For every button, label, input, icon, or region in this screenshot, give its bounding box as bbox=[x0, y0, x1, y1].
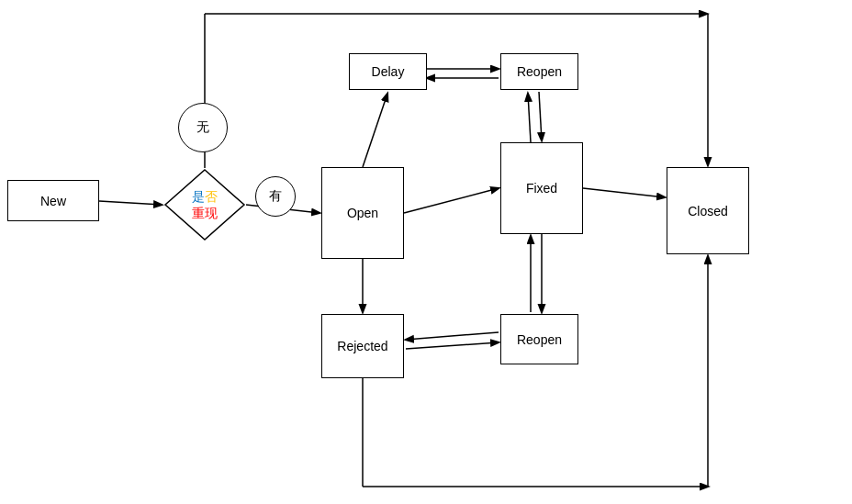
svg-line-10 bbox=[583, 188, 665, 197]
node-open-label: Open bbox=[347, 206, 378, 220]
node-fixed-label: Fixed bbox=[526, 181, 557, 196]
flowchart-diagram: New 是否 重现 无 有 Open Delay Reopen Fixed Cl… bbox=[0, 0, 852, 504]
node-delay-label: Delay bbox=[372, 64, 405, 79]
label-fou: 否 bbox=[205, 189, 218, 204]
node-open: Open bbox=[321, 167, 404, 259]
node-reopen-top-label: Reopen bbox=[517, 64, 562, 79]
node-new: New bbox=[7, 180, 99, 221]
node-new-label: New bbox=[40, 194, 66, 208]
label-chongxian: 重现 bbox=[192, 206, 218, 220]
node-rejected-label: Rejected bbox=[337, 339, 387, 353]
node-reopen-bot-label: Reopen bbox=[517, 332, 562, 347]
label-yi: 是 bbox=[192, 189, 205, 204]
node-diamond: 是否 重现 bbox=[163, 168, 246, 241]
node-circle-wu: 无 bbox=[178, 103, 228, 152]
svg-line-0 bbox=[99, 201, 162, 205]
svg-line-16 bbox=[406, 342, 499, 349]
node-closed-label: Closed bbox=[688, 204, 728, 218]
node-rejected: Rejected bbox=[321, 314, 404, 378]
node-closed: Closed bbox=[667, 167, 749, 254]
node-reopen-bot: Reopen bbox=[500, 314, 578, 364]
circle-you-label: 有 bbox=[269, 188, 282, 205]
diamond-label: 是否 重现 bbox=[192, 188, 218, 221]
node-reopen-top: Reopen bbox=[500, 53, 578, 90]
node-delay: Delay bbox=[349, 53, 427, 90]
node-circle-you: 有 bbox=[255, 176, 296, 217]
svg-line-5 bbox=[363, 94, 387, 167]
node-fixed: Fixed bbox=[500, 142, 583, 234]
svg-line-9 bbox=[528, 94, 531, 142]
svg-line-8 bbox=[539, 92, 542, 140]
svg-line-4 bbox=[404, 188, 499, 213]
circle-wu-label: 无 bbox=[196, 119, 209, 136]
svg-line-15 bbox=[406, 332, 499, 340]
